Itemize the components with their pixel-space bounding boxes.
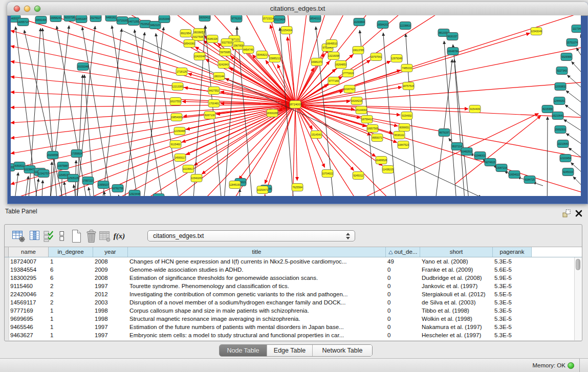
table-row[interactable]: 946554611997Estimation of the future num…: [9, 323, 582, 331]
graph-node[interactable]: 16782759: [112, 185, 123, 192]
graph-node[interactable]: 14055714: [17, 18, 29, 26]
function-builder-icon[interactable]: f(x): [112, 229, 126, 243]
graph-node[interactable]: 10847523: [398, 141, 409, 149]
graph-node[interactable]: 6466161: [105, 15, 117, 21]
graph-node[interactable]: 9327503: [221, 39, 232, 47]
graph-node[interactable]: 12254304: [281, 27, 292, 34]
graph-node[interactable]: 18757515: [403, 82, 414, 90]
show-columns-icon[interactable]: [28, 229, 42, 243]
graph-node[interactable]: 9329966: [561, 53, 572, 61]
column-header-year[interactable]: year: [93, 247, 128, 257]
graph-node[interactable]: 15144093: [356, 106, 367, 114]
graph-node-hub[interactable]: 18724007: [289, 101, 302, 108]
graph-node[interactable]: 9245019: [562, 168, 574, 176]
table-row[interactable]: 1872400712008Changes of HCN gene express…: [9, 257, 582, 266]
graph-node[interactable]: 10293844: [354, 18, 365, 26]
graph-node[interactable]: 13958107: [98, 181, 109, 189]
row-checks-icon[interactable]: [41, 229, 56, 243]
table-select-dropdown[interactable]: citations_edges.txt: [147, 230, 355, 242]
graph-node[interactable]: 11438205: [382, 166, 394, 173]
graph-node[interactable]: 18107552: [170, 98, 181, 105]
column-header-out-de-[interactable]: out_de...: [386, 247, 420, 257]
graph-node[interactable]: 8186328: [207, 35, 218, 43]
graph-node[interactable]: 15692931: [555, 126, 566, 134]
graph-node[interactable]: 18540112: [310, 15, 321, 23]
graph-node[interactable]: 11543049: [531, 28, 542, 35]
graph-node[interactable]: 12845190: [229, 181, 241, 189]
graph-node[interactable]: 10704022: [322, 170, 333, 178]
graph-node[interactable]: 20206556: [47, 151, 58, 159]
graph-node[interactable]: 10238471: [24, 166, 35, 173]
graph-node[interactable]: 18759412: [361, 116, 373, 123]
graph-node[interactable]: 10167427: [344, 85, 355, 93]
graph-node[interactable]: 9776203: [231, 15, 242, 23]
graph-node[interactable]: 16210643: [552, 112, 563, 120]
table-row[interactable]: 911546021997Tourette syndrome. Phenomeno…: [9, 282, 582, 290]
graph-node[interactable]: 10975887: [57, 162, 69, 170]
graph-node[interactable]: 9245012: [353, 172, 364, 180]
tab-node-table[interactable]: Node Table: [220, 345, 267, 356]
graph-node[interactable]: 12238810: [400, 22, 411, 30]
graph-node[interactable]: 11948302: [474, 152, 486, 160]
tab-edge-table[interactable]: Edge Table: [267, 345, 312, 356]
minimize-button[interactable]: [24, 6, 30, 12]
graph-node[interactable]: 15276027: [90, 15, 101, 22]
graph-node[interactable]: 13087216: [496, 164, 507, 172]
table-settings-icon[interactable]: [11, 229, 26, 243]
graph-node[interactable]: 12342757: [38, 170, 49, 178]
scrollbar-thumb[interactable]: [576, 259, 580, 270]
graph-node[interactable]: 8427552: [208, 87, 220, 95]
graph-node[interactable]: 14569117: [175, 154, 186, 162]
graph-node[interactable]: 9274615: [485, 159, 496, 166]
column-header-in-degree[interactable]: in_degree: [49, 247, 93, 257]
graph-node[interactable]: 20691406: [35, 16, 47, 24]
graph-node[interactable]: 8959071: [372, 134, 383, 142]
graph-node[interactable]: 17957223: [82, 177, 94, 185]
graph-node[interactable]: 22420046: [194, 53, 205, 60]
graph-node[interactable]: 12103454: [560, 155, 571, 162]
graph-node[interactable]: 7625564: [292, 184, 303, 191]
graph-node[interactable]: 17359924: [71, 150, 82, 158]
new-document-icon[interactable]: [69, 229, 83, 243]
graph-node[interactable]: 16648784: [447, 48, 459, 55]
close-panel-icon[interactable]: [575, 209, 583, 217]
graph-node[interactable]: 1514543: [311, 131, 322, 139]
graph-node[interactable]: 17771619: [342, 70, 354, 77]
zoom-button[interactable]: [34, 6, 40, 12]
graph-node[interactable]: 10654022: [509, 171, 520, 179]
graph-node[interactable]: 18543382: [184, 40, 195, 48]
table-row[interactable]: 1938455462009Genome-wide association stu…: [9, 266, 582, 274]
graph-node[interactable]: 9630157: [447, 33, 458, 40]
graph-node[interactable]: 16093412: [199, 15, 210, 21]
graph-node[interactable]: 19613785: [353, 47, 364, 54]
table-row[interactable]: 1456911722003Disruption of a novel membe…: [9, 298, 582, 307]
graph-node[interactable]: 12213383: [172, 83, 183, 91]
graph-node[interactable]: 15123404: [274, 16, 285, 24]
graph-node[interactable]: 16489528: [376, 157, 387, 164]
graph-node[interactable]: 12923448: [129, 190, 140, 196]
graph-node[interactable]: 16981370: [311, 58, 322, 66]
graph-node[interactable]: 8099651: [399, 124, 410, 132]
graph-node[interactable]: 9227343: [556, 67, 568, 75]
graph-node[interactable]: 9154409: [469, 105, 481, 113]
vertical-scrollbar[interactable]: [574, 257, 581, 340]
network-window-titlebar[interactable]: citations_edges.txt: [7, 2, 588, 16]
graph-node[interactable]: 9184725: [524, 176, 535, 184]
table-row[interactable]: 946362711997Embryonic stem cells: a mode…: [9, 331, 582, 339]
graph-node[interactable]: 7485033: [401, 64, 412, 72]
column-header-short[interactable]: short: [420, 247, 493, 257]
graph-node[interactable]: 8912954: [180, 30, 191, 37]
graph-node[interactable]: 8454749: [243, 46, 254, 54]
graph-node[interactable]: 20153340: [159, 15, 170, 23]
column-header-title[interactable]: title: [128, 247, 386, 257]
graph-node[interactable]: 16264853: [335, 61, 346, 69]
graph-node[interactable]: 16958243: [50, 15, 61, 22]
graph-node[interactable]: 2803144: [213, 73, 225, 80]
graph-node[interactable]: 16649510: [326, 40, 337, 48]
column-header-name[interactable]: name: [9, 247, 49, 257]
graph-node[interactable]: 14671355: [128, 18, 139, 26]
graph-node[interactable]: 10210643: [557, 140, 569, 148]
network-canvas-svg[interactable]: 1405571140557142069140616958243915372810…: [11, 15, 581, 196]
close-button[interactable]: [14, 6, 20, 12]
graph-node[interactable]: 16584201: [377, 21, 388, 29]
